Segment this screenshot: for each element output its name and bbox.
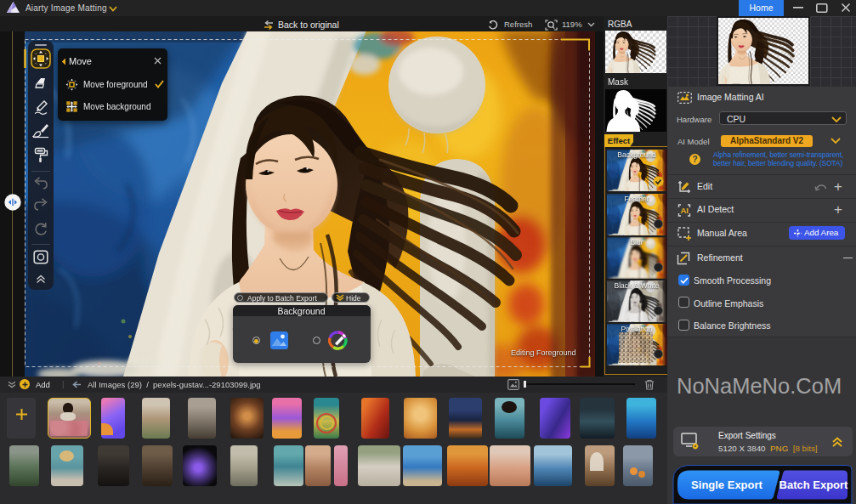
svg-text:AI: AI [680, 206, 689, 215]
svg-text:Single Export: Single Export [691, 479, 762, 491]
svg-text:Batch Export: Batch Export [779, 479, 849, 491]
